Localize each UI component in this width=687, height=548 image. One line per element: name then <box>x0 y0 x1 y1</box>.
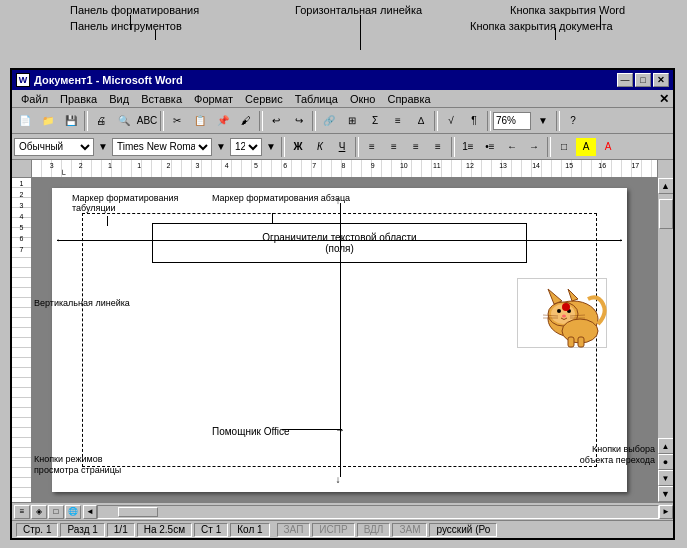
word-window: W Документ1 - Microsoft Word — □ ✕ Файл … <box>10 68 675 540</box>
close-button[interactable]: ✕ <box>653 73 669 87</box>
num-list-button[interactable]: 1≡ <box>458 138 478 156</box>
style-dropdown[interactable]: Обычный <box>14 138 94 156</box>
zoom-dropdown[interactable]: ▼ <box>532 111 554 131</box>
border-button[interactable]: □ <box>554 138 574 156</box>
paste-button[interactable]: 📌 <box>212 111 234 131</box>
map-button[interactable]: √ <box>440 111 462 131</box>
select-object-button[interactable]: ● <box>658 454 674 470</box>
save-button[interactable]: 💾 <box>60 111 82 131</box>
menu-edit[interactable]: Правка <box>55 92 102 106</box>
drawing-button[interactable]: ∆ <box>410 111 432 131</box>
new-button[interactable]: 📄 <box>14 111 36 131</box>
tab-marker-text: Маркер форматированиятабуляции <box>72 193 178 213</box>
normal-view-button[interactable]: ≡ <box>14 505 30 519</box>
status-rec: ЗАП <box>277 523 311 537</box>
outline-view-button[interactable]: ◈ <box>31 505 47 519</box>
page-view-button[interactable]: □ <box>48 505 64 519</box>
hscroll-left-button[interactable]: ◄ <box>83 505 97 519</box>
office-assistant-image <box>517 278 607 348</box>
size-dropdown-arrow[interactable]: ▼ <box>264 137 278 157</box>
open-button[interactable]: 📁 <box>37 111 59 131</box>
bul-list-button[interactable]: •≡ <box>480 138 500 156</box>
spell-button[interactable]: ABC <box>136 111 158 131</box>
horizontal-scrollbar[interactable] <box>97 505 659 519</box>
hyperlink-button[interactable]: 🔗 <box>318 111 340 131</box>
undo-button[interactable]: ↩ <box>265 111 287 131</box>
menu-view[interactable]: Вид <box>104 92 134 106</box>
close-word-label: Кнопка закрытия Word <box>510 4 625 16</box>
view-btns-label: Кнопки режимовпросмотра страницы <box>34 454 121 477</box>
status-col: Кол 1 <box>230 523 269 537</box>
fmt-sep2 <box>355 137 359 157</box>
align-center-button[interactable]: ≡ <box>384 138 404 156</box>
panel-format-label: Панель форматирования <box>70 4 199 16</box>
format-painter-button[interactable]: 🖌 <box>235 111 257 131</box>
menu-table[interactable]: Таблица <box>290 92 343 106</box>
v-ruler-text: Вертикальная линейка <box>34 298 130 308</box>
italic-button[interactable]: К <box>310 138 330 156</box>
ruler-area: 3211234567891011121314151617 └ <box>12 160 673 178</box>
svg-point-5 <box>557 309 561 313</box>
scroll-up-button[interactable]: ▲ <box>658 178 674 194</box>
excel-button[interactable]: Σ <box>364 111 386 131</box>
zoom-input[interactable] <box>493 112 531 130</box>
increase-indent-button[interactable]: → <box>524 138 544 156</box>
bold-button[interactable]: Ж <box>288 138 308 156</box>
document-viewport: ← → ↑ ↓ Ограничители текстовой области(п… <box>32 178 657 502</box>
standard-toolbar: 📄 📁 💾 🖨 🔍 ABC ✂ 📋 📌 🖌 ↩ ↪ 🔗 ⊞ Σ ≡ ∆ √ ¶ … <box>12 108 673 134</box>
decrease-indent-button[interactable]: ← <box>502 138 522 156</box>
next-page-button[interactable]: ▼ <box>658 470 674 486</box>
font-dropdown-arrow[interactable]: ▼ <box>214 137 228 157</box>
menu-file[interactable]: Файл <box>16 92 53 106</box>
svg-rect-13 <box>568 337 574 347</box>
menu-bar: Файл Правка Вид Вставка Формат Сервис Та… <box>12 90 673 108</box>
status-pos: На 2.5см <box>137 523 192 537</box>
toolbar-sep2 <box>160 111 164 131</box>
style-dropdown-arrow[interactable]: ▼ <box>96 137 110 157</box>
svg-point-15 <box>562 303 570 311</box>
ruler-scrollbar-corner <box>657 160 673 178</box>
bottom-controls: ≡ ◈ □ 🌐 ◄ ► <box>12 502 673 520</box>
para-marker-text: Маркер форматирования абзаца <box>212 193 350 203</box>
underline-button[interactable]: Ч <box>332 138 352 156</box>
connector4 <box>600 15 601 30</box>
prev-page-button[interactable]: ▲ <box>658 438 674 454</box>
scroll-thumb[interactable] <box>659 199 673 229</box>
menu-help[interactable]: Справка <box>382 92 435 106</box>
doc-close-button[interactable]: ✕ <box>659 92 669 106</box>
status-page: Стр. 1 <box>16 523 58 537</box>
web-view-button[interactable]: 🌐 <box>65 505 81 519</box>
menu-format[interactable]: Формат <box>189 92 238 106</box>
print-button[interactable]: 🖨 <box>90 111 112 131</box>
nav-btns-label: Кнопки выбораобъекта перехода <box>580 444 655 467</box>
highlight-button[interactable]: A <box>576 138 596 156</box>
redo-button[interactable]: ↪ <box>288 111 310 131</box>
table-button[interactable]: ⊞ <box>341 111 363 131</box>
font-dropdown[interactable]: Times New Roman <box>112 138 212 156</box>
cut-button[interactable]: ✂ <box>166 111 188 131</box>
show-para-button[interactable]: ¶ <box>463 111 485 131</box>
align-right-button[interactable]: ≡ <box>406 138 426 156</box>
scroll-down-button[interactable]: ▼ <box>658 486 674 502</box>
office-assistant-label: Помощник Office <box>212 426 290 437</box>
menu-window[interactable]: Окно <box>345 92 381 106</box>
print-preview-button[interactable]: 🔍 <box>113 111 135 131</box>
size-dropdown[interactable]: 12 <box>230 138 262 156</box>
font-color-button[interactable]: A <box>598 138 618 156</box>
help-button[interactable]: ? <box>562 111 584 131</box>
hscroll-thumb[interactable] <box>118 507 158 517</box>
menu-insert[interactable]: Вставка <box>136 92 187 106</box>
right-scrollbar: ▲ ▲ ● ▼ ▼ <box>657 178 673 502</box>
menu-service[interactable]: Сервис <box>240 92 288 106</box>
copy-button[interactable]: 📋 <box>189 111 211 131</box>
align-left-button[interactable]: ≡ <box>362 138 382 156</box>
status-section: Разд 1 <box>60 523 104 537</box>
justify-button[interactable]: ≡ <box>428 138 448 156</box>
svg-marker-2 <box>548 289 562 304</box>
maximize-button[interactable]: □ <box>635 73 651 87</box>
hscroll-right-button[interactable]: ► <box>659 505 673 519</box>
svg-marker-3 <box>568 289 578 301</box>
minimize-button[interactable]: — <box>617 73 633 87</box>
window-title: Документ1 - Microsoft Word <box>34 74 183 86</box>
columns-button[interactable]: ≡ <box>387 111 409 131</box>
